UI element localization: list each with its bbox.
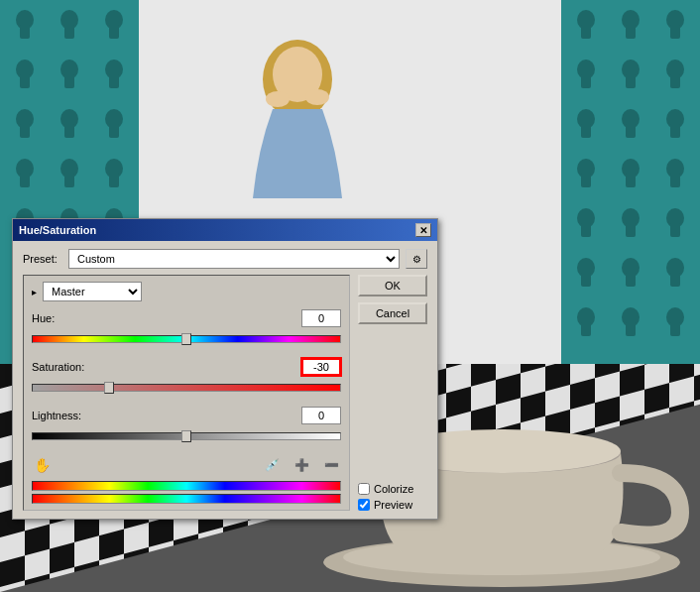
- hue-track-wrap: [32, 330, 341, 348]
- saturation-slider-row: Saturation:: [32, 358, 341, 397]
- lightness-value-input[interactable]: [301, 407, 341, 424]
- svg-point-95: [305, 89, 329, 105]
- eyedropper-icon[interactable]: 💉: [262, 455, 282, 475]
- saturation-value-input[interactable]: [301, 358, 341, 376]
- svg-rect-14: [20, 124, 30, 138]
- channel-select[interactable]: Master Reds Yellows Greens Cyans Blues M…: [43, 282, 142, 301]
- svg-rect-75: [581, 223, 591, 237]
- cancel-button[interactable]: Cancel: [358, 302, 427, 324]
- dialog-body: Preset: Custom Default Cyanotype Increas…: [13, 241, 437, 519]
- hue-saturation-dialog: Hue/Saturation ✕ Preset: Custom Default …: [12, 218, 438, 520]
- preset-row: Preset: Custom Default Cyanotype Increas…: [23, 249, 427, 269]
- svg-rect-6: [109, 25, 119, 39]
- colorize-label: Colorize: [374, 483, 413, 495]
- svg-rect-59: [626, 74, 636, 88]
- colorize-checkbox[interactable]: [358, 483, 370, 495]
- dialog-title: Hue/Saturation: [19, 224, 96, 236]
- svg-rect-22: [64, 174, 74, 187]
- color-bars: [32, 481, 341, 504]
- buttons-area: OK Cancel Colorize Preview: [358, 275, 427, 511]
- lightness-label: Lightness:: [32, 410, 81, 421]
- color-bar-bottom: [32, 494, 341, 504]
- hue-slider-row: Hue:: [32, 309, 341, 348]
- svg-rect-61: [670, 74, 680, 88]
- saturation-track[interactable]: [32, 384, 341, 392]
- preset-gear-button[interactable]: ⚙: [406, 249, 427, 269]
- preset-select[interactable]: Custom Default Cyanotype Increase Satura…: [68, 249, 400, 269]
- checkbox-area: Colorize Preview: [358, 443, 427, 511]
- svg-rect-77: [626, 223, 636, 237]
- hue-label: Hue:: [32, 312, 55, 324]
- preset-label: Preset:: [23, 253, 62, 265]
- svg-rect-55: [670, 25, 680, 39]
- girl-figure: [218, 20, 377, 218]
- gear-icon: ⚙: [412, 254, 421, 265]
- svg-rect-65: [626, 124, 636, 138]
- svg-rect-8: [20, 74, 30, 88]
- svg-rect-79: [670, 223, 680, 237]
- svg-rect-18: [109, 124, 119, 138]
- sliders-panel: ▸ Master Reds Yellows Greens Cyans Blues…: [23, 275, 350, 511]
- channel-row: ▸ Master Reds Yellows Greens Cyans Blues…: [32, 282, 341, 301]
- svg-rect-71: [626, 174, 636, 187]
- ok-button[interactable]: OK: [358, 275, 427, 296]
- preview-row: Preview: [358, 499, 427, 511]
- dialog-main-content: ▸ Master Reds Yellows Greens Cyans Blues…: [23, 275, 427, 511]
- svg-rect-16: [64, 124, 74, 138]
- eyedropper-plus-icon[interactable]: ➕: [292, 455, 311, 475]
- svg-rect-12: [109, 74, 119, 88]
- svg-rect-57: [581, 74, 591, 88]
- preview-label: Preview: [374, 499, 412, 511]
- svg-rect-4: [64, 25, 74, 39]
- svg-rect-69: [581, 174, 591, 187]
- lightness-thumb[interactable]: [181, 430, 191, 442]
- svg-rect-51: [581, 25, 591, 39]
- colorize-row: Colorize: [358, 483, 427, 495]
- svg-rect-24: [109, 174, 119, 187]
- svg-rect-73: [670, 174, 680, 187]
- lightness-slider-row: Lightness:: [32, 407, 341, 445]
- svg-rect-67: [670, 124, 680, 138]
- lightness-track-wrap: [32, 427, 341, 445]
- tools-row: ✋ 💉 ➕ ➖: [32, 455, 341, 475]
- color-bar-top: [32, 481, 341, 491]
- channel-icon: ▸: [32, 287, 37, 297]
- hue-value-input[interactable]: [301, 309, 341, 327]
- preview-checkbox[interactable]: [358, 499, 370, 511]
- svg-rect-53: [626, 25, 636, 39]
- eyedropper-minus-icon[interactable]: ➖: [321, 455, 341, 475]
- dialog-close-button[interactable]: ✕: [415, 223, 431, 237]
- dialog-titlebar: Hue/Saturation ✕: [13, 219, 437, 241]
- hand-tool-icon[interactable]: ✋: [32, 455, 52, 475]
- saturation-thumb[interactable]: [104, 382, 114, 394]
- svg-rect-63: [581, 124, 591, 138]
- svg-rect-20: [20, 174, 30, 187]
- saturation-label: Saturation:: [32, 361, 84, 373]
- hue-thumb[interactable]: [181, 333, 191, 345]
- saturation-track-wrap: [32, 379, 341, 397]
- svg-point-94: [266, 91, 290, 107]
- svg-rect-2: [20, 25, 30, 39]
- svg-rect-10: [64, 74, 74, 88]
